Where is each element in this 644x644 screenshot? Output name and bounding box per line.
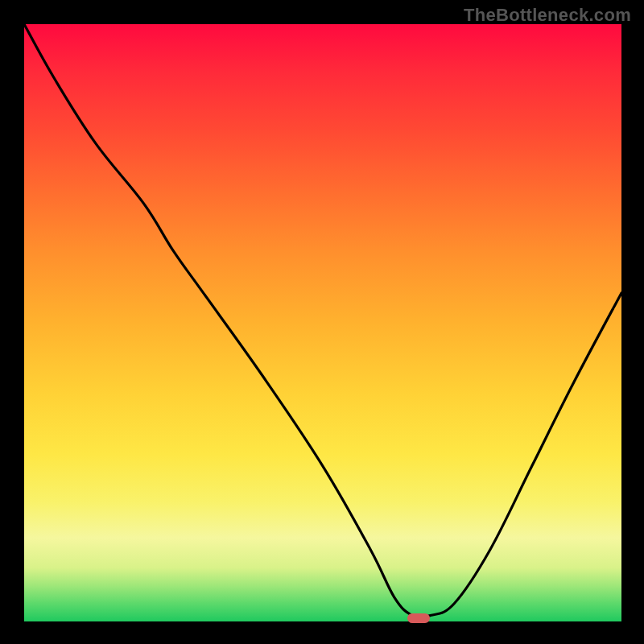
plot-area: [24, 24, 621, 621]
watermark-text: TheBottleneck.com: [464, 5, 631, 26]
bottleneck-curve: [24, 24, 621, 621]
chart-container: TheBottleneck.com: [0, 0, 644, 644]
curve-path: [24, 24, 621, 617]
optimum-marker: [407, 613, 430, 623]
